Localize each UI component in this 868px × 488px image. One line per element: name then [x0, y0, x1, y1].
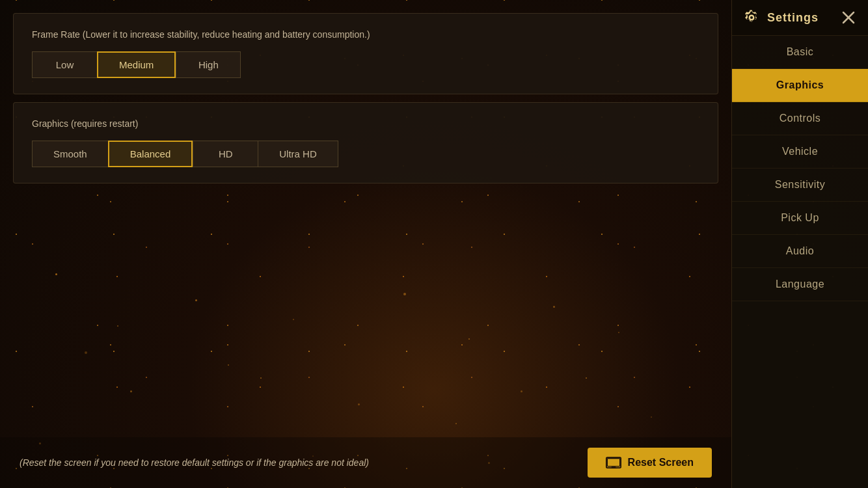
- graphics-label: Graphics (requires restart): [32, 118, 699, 129]
- close-icon[interactable]: [839, 8, 858, 27]
- sidebar: Settings Basic Graphics Controls Vehicle…: [731, 0, 868, 488]
- frame-rate-high-button[interactable]: High: [176, 51, 241, 78]
- graphics-card: Graphics (requires restart) Smooth Balan…: [13, 102, 718, 183]
- sidebar-item-language[interactable]: Language: [732, 268, 868, 301]
- main-content-area: Frame Rate (Lower it to increase stabili…: [0, 0, 731, 488]
- settings-title-group: Settings: [742, 8, 819, 27]
- sidebar-item-controls[interactable]: Controls: [732, 102, 868, 135]
- sidebar-nav: Basic Graphics Controls Vehicle Sensitiv…: [732, 36, 868, 488]
- frame-rate-label: Frame Rate (Lower it to increase stabili…: [32, 29, 699, 40]
- graphics-ultra-hd-button[interactable]: Ultra HD: [258, 141, 338, 167]
- frame-rate-options: Low Medium High: [32, 51, 699, 78]
- sidebar-item-graphics[interactable]: Graphics: [732, 69, 868, 102]
- bottom-hint-text: (Reset the screen if you need to restore…: [20, 457, 369, 468]
- bottom-bar: (Reset the screen if you need to restore…: [0, 437, 731, 488]
- reset-screen-icon: [606, 457, 621, 468]
- sidebar-item-sensitivity-label: Sensitivity: [775, 179, 826, 191]
- sidebar-item-pickup[interactable]: Pick Up: [732, 202, 868, 235]
- settings-header: Settings: [732, 0, 868, 36]
- graphics-options: Smooth Balanced HD Ultra HD: [32, 141, 699, 167]
- sidebar-item-language-label: Language: [776, 278, 824, 290]
- settings-title: Settings: [767, 11, 819, 25]
- frame-rate-low-button[interactable]: Low: [32, 51, 97, 78]
- main-layout: Frame Rate (Lower it to increase stabili…: [0, 0, 868, 488]
- sidebar-item-basic[interactable]: Basic: [732, 36, 868, 69]
- sidebar-item-audio[interactable]: Audio: [732, 235, 868, 268]
- reset-screen-button[interactable]: Reset Screen: [588, 448, 712, 478]
- frame-rate-medium-button[interactable]: Medium: [97, 51, 176, 78]
- svg-rect-4: [607, 459, 619, 467]
- sidebar-item-sensitivity[interactable]: Sensitivity: [732, 169, 868, 202]
- sidebar-item-basic-label: Basic: [787, 46, 814, 58]
- sidebar-item-vehicle-label: Vehicle: [782, 146, 818, 157]
- reset-screen-label: Reset Screen: [628, 457, 694, 468]
- svg-rect-3: [610, 468, 617, 468]
- frame-rate-card: Frame Rate (Lower it to increase stabili…: [13, 13, 718, 94]
- sidebar-item-graphics-label: Graphics: [776, 79, 824, 91]
- graphics-balanced-button[interactable]: Balanced: [108, 141, 193, 167]
- sidebar-item-pickup-label: Pick Up: [781, 212, 819, 224]
- sidebar-item-controls-label: Controls: [780, 113, 821, 124]
- sidebar-item-vehicle[interactable]: Vehicle: [732, 135, 868, 169]
- sidebar-item-audio-label: Audio: [786, 245, 814, 257]
- gear-icon: [742, 8, 761, 27]
- graphics-hd-button[interactable]: HD: [193, 141, 258, 167]
- graphics-smooth-button[interactable]: Smooth: [32, 141, 108, 167]
